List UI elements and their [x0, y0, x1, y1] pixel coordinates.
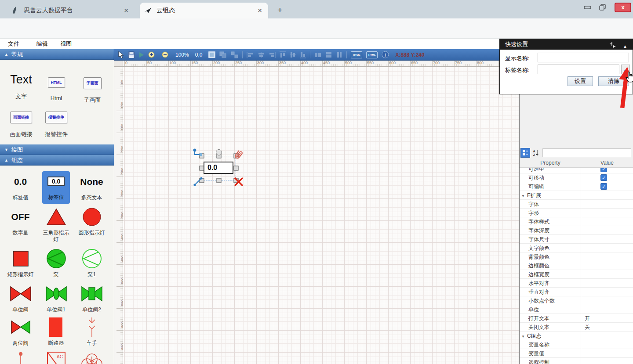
align-right-icon[interactable]	[269, 52, 276, 58]
palette-item-alarm[interactable]: 报警控件 报警控件	[40, 112, 73, 138]
align-center-icon[interactable]	[258, 52, 265, 58]
canvas-settings-icon[interactable]	[208, 51, 215, 58]
palette-item-rect-light[interactable]: 矩形指示灯	[3, 249, 38, 278]
palette-item-label-value[interactable]: 0.0 标签值	[3, 172, 38, 201]
collapse-panel-icon[interactable]: ▲	[623, 41, 627, 52]
palette-item-triangle-light[interactable]: 三角形指示灯	[38, 207, 74, 243]
palette-item-valve1[interactable]: 单位阀1	[38, 284, 74, 313]
property-row[interactable]: 背景颜色	[520, 252, 633, 261]
property-row[interactable]: 可移动	[520, 173, 633, 182]
palette-item-pump1[interactable]: 泵1	[74, 249, 109, 278]
rotate-handle[interactable]	[216, 149, 222, 155]
align-left-icon[interactable]	[247, 52, 254, 58]
property-row[interactable]: 水平对齐	[520, 279, 633, 288]
property-row[interactable]: 边框颜色	[520, 261, 633, 270]
property-row[interactable]: 文字颜色	[520, 244, 633, 252]
palette-item-text[interactable]: Text 文字	[8, 73, 34, 101]
property-row[interactable]: 关闭文本关	[520, 323, 633, 332]
align-top-icon[interactable]	[280, 51, 286, 58]
delete-x-icon[interactable]	[233, 177, 244, 187]
design-canvas[interactable]: 0.0	[123, 67, 519, 364]
tab-close-icon[interactable]: ✕	[256, 7, 264, 14]
checkbox-checked-icon[interactable]	[600, 174, 607, 181]
property-row[interactable]: 字体	[520, 200, 633, 209]
property-row[interactable]: 可编辑	[520, 182, 633, 191]
section-header-zutai[interactable]: ▲ 组态	[0, 155, 114, 166]
tag-name-input[interactable]	[538, 65, 619, 74]
palette-item-html[interactable]: HTML Html	[42, 77, 70, 101]
menu-file[interactable]: 文件	[8, 39, 19, 49]
palette-item-screen-link[interactable]: 画面链接 画面链接	[4, 112, 38, 138]
info-icon[interactable]: i	[382, 51, 389, 58]
connector-icon[interactable]	[193, 148, 203, 158]
align-bottom-icon[interactable]	[300, 51, 306, 58]
palette-item-valve2[interactable]: 单位阀2	[74, 284, 109, 313]
tab-close-icon[interactable]: ✕	[122, 7, 130, 14]
palette-item-valve[interactable]: 单位阀	[3, 284, 38, 313]
section-header-general[interactable]: ▲ 常规	[0, 49, 114, 60]
checkbox-checked-icon[interactable]	[600, 183, 607, 190]
alphabetical-sort-icon[interactable]: AZ	[531, 148, 541, 158]
section-header-drawing[interactable]: ▼ 绘图	[0, 144, 114, 155]
browser-tab-platform[interactable]: 思普云大数据平台 ✕	[7, 3, 135, 18]
property-category-row[interactable]: E扩展	[520, 191, 633, 200]
property-row[interactable]: 字形	[520, 209, 633, 217]
property-filter-input[interactable]	[542, 148, 631, 157]
display-name-input[interactable]	[538, 53, 629, 62]
save-icon[interactable]	[128, 51, 135, 58]
categorized-view-icon[interactable]	[520, 148, 530, 158]
palette-item-multistate-text[interactable]: None 多态文本	[74, 172, 109, 201]
run-icon[interactable]	[139, 52, 144, 58]
quick-settings-titlebar[interactable]: 快速设置 ▲	[500, 39, 633, 50]
distribute-h-icon[interactable]	[314, 52, 321, 58]
checkbox-checked-icon[interactable]	[600, 168, 607, 172]
dock-icon[interactable]	[609, 41, 616, 52]
palette-item-label-value-boxed[interactable]: 0.0 标签值	[42, 171, 70, 204]
zoom-out-icon[interactable]	[162, 51, 168, 58]
palette-item-inverter[interactable]: ACDC 逆变器	[38, 351, 74, 364]
new-tab-button[interactable]: +	[274, 4, 286, 16]
palette-item-two-way-valve[interactable]: 两位阀	[3, 317, 38, 346]
select-cursor-icon[interactable]	[118, 51, 124, 58]
property-row[interactable]: 远程控制	[520, 358, 633, 364]
property-row[interactable]: 变量名称	[520, 340, 633, 349]
property-row[interactable]: 打开文本开	[520, 314, 633, 323]
zoom-in-icon[interactable]	[148, 51, 155, 58]
selected-label-value-element[interactable]: 0.0	[204, 162, 233, 174]
property-row[interactable]: 字体深度	[520, 226, 633, 235]
ungroup-icon[interactable]	[231, 51, 238, 58]
align-middle-icon[interactable]	[290, 51, 296, 58]
palette-item-pt[interactable]: PT	[74, 351, 109, 364]
palette-item-breaker[interactable]: 断路器	[38, 317, 74, 346]
same-size-icon[interactable]	[336, 52, 342, 58]
restore-button[interactable]	[594, 1, 611, 13]
property-row[interactable]: 字体尺寸	[520, 235, 633, 244]
palette-item-knife-switch[interactable]: 刀闸	[3, 351, 38, 364]
property-row[interactable]: 小数点个数	[520, 296, 633, 305]
minimize-button[interactable]	[579, 1, 596, 13]
property-category-row[interactable]: C组态	[520, 332, 633, 340]
property-row[interactable]: 单位	[520, 305, 633, 314]
menu-view[interactable]: 视图	[60, 39, 72, 49]
property-row[interactable]: 边框宽度	[520, 270, 633, 279]
attach-paperclip-icon[interactable]	[233, 149, 244, 161]
html-export-icon[interactable]: HTML	[351, 51, 362, 58]
property-row[interactable]: 可选中	[520, 168, 633, 173]
palette-item-pump[interactable]: 泵	[38, 249, 74, 278]
browser-tab-editor[interactable]: 云组态 ✕	[140, 3, 268, 18]
property-row[interactable]: 垂直对齐	[520, 288, 633, 296]
menu-edit[interactable]: 编辑	[36, 39, 47, 49]
resize-handle-s[interactable]	[217, 178, 222, 183]
resize-handle-e[interactable]	[234, 166, 239, 171]
distribute-v-icon[interactable]	[325, 52, 332, 58]
property-row[interactable]: 字体样式	[520, 217, 633, 226]
property-row[interactable]: 变量值	[520, 349, 633, 358]
palette-item-circle-light[interactable]: 圆形指示灯	[74, 207, 109, 236]
palette-item-subscreen[interactable]: 子画面 子画面	[78, 77, 106, 104]
line-tool-icon[interactable]	[193, 177, 203, 187]
set-button[interactable]: 设置	[568, 76, 593, 86]
group-icon[interactable]	[219, 51, 227, 58]
palette-item-digital[interactable]: OFF 数字量	[3, 207, 38, 236]
html-preview-icon[interactable]: HTML	[366, 51, 378, 58]
palette-item-cheshou[interactable]: 车手	[74, 317, 109, 346]
